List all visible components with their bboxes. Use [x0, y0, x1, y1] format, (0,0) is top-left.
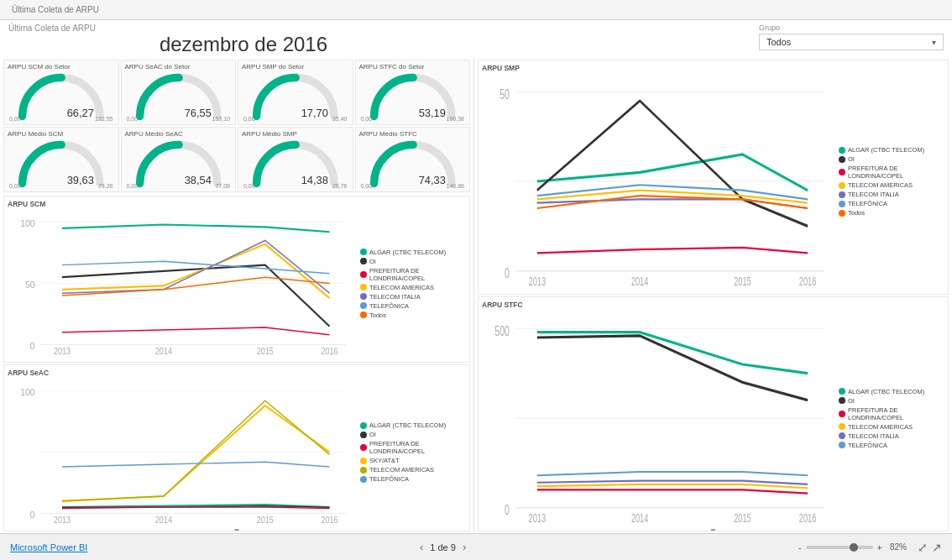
gauge-medio-scm-title: ARPU Médio SCM: [8, 130, 115, 138]
gauge-medio-seac-max: 77,09: [215, 183, 230, 189]
gauge-scm-setor-max: 132,55: [95, 116, 112, 122]
legend-scm-telecom-italia: TELECOM ITALIA: [360, 293, 466, 301]
share-icon[interactable]: ↗: [932, 541, 942, 554]
gauge-medio-stfc-min: 0,00: [361, 183, 373, 189]
gauge-medio-stfc: ARPU Médio STFC 74,33 0,00 148,66: [355, 127, 471, 192]
svg-text:0: 0: [505, 265, 510, 281]
svg-text:14,38: 14,38: [301, 174, 328, 186]
gauge-stfc-setor: ARPU STFC do Setor 53,19 0,00 106,38: [355, 60, 471, 125]
nav-prev-button[interactable]: ‹: [420, 541, 423, 553]
gauge-medio-stfc-title: ARPU Médio STFC: [359, 130, 467, 138]
gauge-stfc-setor-title: ARPU STFC do Setor: [359, 63, 467, 71]
zoom-minus-button[interactable]: -: [798, 542, 802, 552]
gauge-seac-setor: ARPU SeAC do Setor 76,55 0,00 153,10: [121, 60, 237, 125]
legend-stfc-telecom-italia: TELECOM ITALIA: [839, 432, 944, 440]
svg-text:2015: 2015: [734, 274, 751, 288]
gauge-medio-seac: ARPU Médio SeAC 38,54 0,00 77,09: [121, 127, 237, 192]
svg-text:100: 100: [20, 387, 34, 398]
svg-text:50: 50: [500, 86, 510, 102]
svg-text:2016: 2016: [321, 347, 337, 357]
legend-seac-pref: PREFEITURA DE LONDRINA/COPEL: [360, 440, 466, 455]
legend-stfc-pref: PREFEITURA DE LONDRINA/COPEL: [839, 406, 944, 421]
legend-smp-telecom-italia: TELECOM ITALIA: [839, 191, 944, 198]
gauge-smp-setor-max: 35,40: [332, 116, 348, 122]
gauge-medio-stfc-max: 148,66: [447, 183, 464, 189]
legend-scm-telefonica: TELEFÔNICA: [360, 302, 466, 310]
legend-smp-algar: ALGAR (CTBC TELECOM): [839, 146, 944, 154]
legend-scm-todos: Todos: [360, 311, 466, 319]
svg-text:2013: 2013: [529, 274, 547, 288]
gauge-smp-setor-min: 0,00: [243, 116, 255, 122]
svg-text:2014: 2014: [155, 347, 173, 357]
svg-text:100: 100: [20, 218, 34, 229]
nav-next-button[interactable]: ›: [463, 541, 466, 553]
svg-text:53,19: 53,19: [418, 107, 445, 119]
gauge-scm-setor: ARPU SCM do Setor 66,27 0,00 132,55: [3, 60, 119, 125]
svg-text:17,70: 17,70: [301, 107, 328, 119]
zoom-plus-button[interactable]: +: [877, 542, 882, 552]
legend-seac-sky: SKY/AT&T: [360, 457, 466, 464]
legend-seac-oi: OI: [360, 431, 466, 438]
gauge-scm-setor-title: ARPU SCM do Setor: [8, 63, 115, 71]
gauge-stfc-setor-max: 106,38: [447, 116, 464, 122]
gauge-medio-scm-max: 79,26: [98, 183, 113, 189]
arpu-label: Última Coleta de ARPU: [8, 24, 479, 33]
seac-scroll-indicator[interactable]: ▼: [8, 526, 466, 531]
chart-smp: ARPU SMP 50 0 2013 2014 2015: [478, 60, 949, 295]
stfc-scroll-indicator[interactable]: ▼: [482, 526, 944, 531]
fullscreen-icon[interactable]: ⤢: [918, 541, 928, 554]
svg-text:2016: 2016: [321, 516, 337, 526]
svg-text:39,63: 39,63: [67, 174, 94, 186]
legend-smp-pref: PREFEITURA DE LONDRINA/COPEL: [839, 165, 944, 180]
legend-seac-telecom-americas: TELECOM AMERICAS: [360, 466, 466, 474]
chart-smp-title: ARPU SMP: [482, 64, 944, 72]
gauge-medio-seac-title: ARPU Médio SeAC: [125, 130, 233, 138]
gauge-medio-seac-min: 0,00: [127, 183, 139, 189]
date-display: dezembro de 2016: [8, 33, 479, 56]
group-label: Grupo: [759, 24, 944, 32]
svg-text:2014: 2014: [155, 516, 173, 526]
chart-scm: ARPU SCM 100 50: [3, 196, 470, 363]
chart-seac-title: ARPU SeAC: [8, 369, 466, 377]
zoom-slider[interactable]: [806, 546, 873, 549]
svg-text:50: 50: [25, 280, 35, 290]
gauge-seac-setor-title: ARPU SeAC do Setor: [125, 63, 233, 71]
gauge-scm-setor-min: 0,00: [9, 116, 21, 122]
legend-scm-pref: PREFEITURA DE LONDRINA/COPEL: [360, 267, 466, 282]
svg-text:2015: 2015: [734, 510, 751, 525]
chart-seac: ARPU SeAC 100 0 2013 2014: [3, 364, 470, 531]
legend-stfc-algar: ALGAR (CTBC TELECOM): [839, 388, 944, 395]
zoom-slider-thumb[interactable]: [850, 543, 858, 552]
svg-text:2015: 2015: [257, 516, 274, 526]
group-value: Todos: [766, 37, 932, 47]
chart-stfc: ARPU STFC 500 0 2013 2014 2015: [478, 296, 949, 531]
legend-stfc-oi: OI: [839, 397, 944, 405]
svg-text:2013: 2013: [54, 516, 71, 526]
legend-smp-todos: Todos: [839, 209, 944, 217]
svg-text:2014: 2014: [631, 510, 649, 525]
svg-text:500: 500: [494, 322, 510, 338]
power-bi-link[interactable]: Microsoft Power BI: [10, 542, 87, 552]
page-indicator: 1 de 9: [430, 542, 456, 552]
group-dropdown[interactable]: Todos ▾: [759, 34, 944, 50]
svg-text:0: 0: [505, 502, 510, 518]
svg-text:76,55: 76,55: [184, 107, 211, 119]
app-header: Última Coleta de ARPU: [12, 5, 99, 14]
svg-text:66,27: 66,27: [67, 107, 94, 119]
chart-stfc-title: ARPU STFC: [482, 301, 944, 309]
gauge-seac-setor-max: 153,10: [212, 116, 230, 122]
svg-text:2013: 2013: [529, 510, 547, 525]
gauge-medio-smp-min: 0,00: [243, 183, 255, 189]
legend-stfc-telecom-americas: TELECOM AMERICAS: [839, 423, 944, 431]
svg-text:2013: 2013: [54, 347, 71, 357]
gauge-medio-smp-max: 28,76: [332, 183, 348, 189]
zoom-value: 82%: [890, 542, 907, 552]
svg-text:2015: 2015: [257, 347, 274, 357]
legend-scm-oi: OI: [360, 258, 466, 265]
svg-text:0: 0: [30, 510, 35, 521]
dropdown-chevron-icon: ▾: [932, 38, 936, 47]
svg-text:2016: 2016: [799, 510, 817, 525]
legend-seac-telefonica: TELEFÔNICA: [360, 475, 466, 483]
chart-scm-title: ARPU SCM: [8, 200, 466, 208]
gauge-medio-smp: ARPU Médio SMP 14,38 0,00 28,76: [238, 127, 353, 192]
